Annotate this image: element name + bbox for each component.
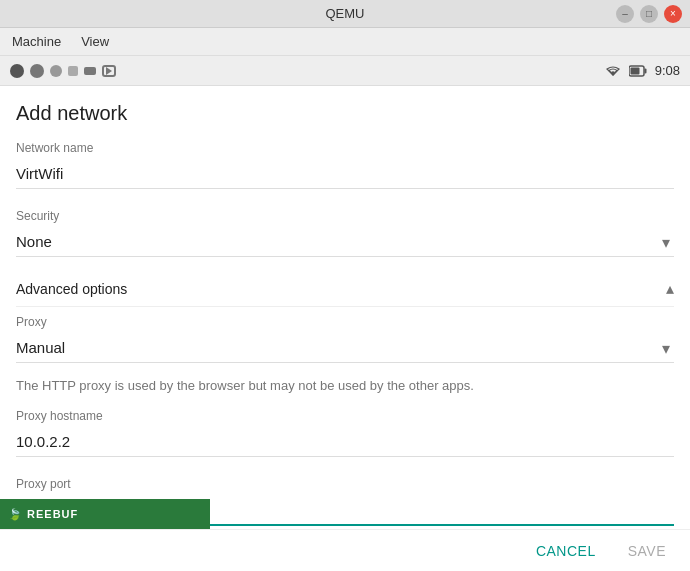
minimize-button[interactable]: – (616, 5, 634, 23)
main-content: Add network Network name Security None ▾… (0, 86, 690, 529)
wifi-icon (605, 65, 621, 77)
battery-icon (629, 65, 647, 77)
window-title: QEMU (326, 6, 365, 21)
status-icons (10, 64, 116, 78)
proxy-select[interactable]: Manual (16, 333, 674, 363)
watermark-text: 🍃 REEBUF (8, 508, 78, 521)
watermark-area: 🍃 REEBUF (0, 499, 210, 529)
network-name-label: Network name (16, 141, 674, 155)
network-name-input[interactable] (16, 159, 674, 189)
status-right: 9:08 (605, 63, 680, 78)
play-icon (102, 65, 116, 77)
status-icon-1 (10, 64, 24, 78)
status-icon-5 (84, 67, 96, 75)
network-name-field: Network name (16, 141, 674, 203)
menu-machine[interactable]: Machine (8, 32, 65, 51)
proxy-hostname-input[interactable] (16, 427, 674, 457)
status-icon-4 (68, 66, 78, 76)
proxy-note: The HTTP proxy is used by the browser bu… (16, 377, 674, 395)
menu-bar: Machine View (0, 28, 690, 56)
proxy-field: Proxy Manual ▾ (16, 315, 674, 363)
title-bar: QEMU – □ × (0, 0, 690, 28)
svg-rect-2 (630, 67, 639, 74)
window-controls: – □ × (616, 5, 682, 23)
page-title: Add network (16, 102, 674, 125)
status-icon-3 (50, 65, 62, 77)
advanced-options-chevron-icon: ▴ (666, 279, 674, 298)
security-select[interactable]: None (16, 227, 674, 257)
advanced-options-label: Advanced options (16, 281, 127, 297)
proxy-label: Proxy (16, 315, 674, 329)
proxy-hostname-field: Proxy hostname (16, 409, 674, 471)
security-select-wrapper: None ▾ (16, 227, 674, 257)
advanced-options-header[interactable]: Advanced options ▴ (16, 271, 674, 307)
svg-rect-1 (644, 68, 646, 73)
maximize-button[interactable]: □ (640, 5, 658, 23)
save-button[interactable]: SAVE (620, 537, 674, 565)
status-bar: 9:08 (0, 56, 690, 86)
security-label: Security (16, 209, 674, 223)
security-field: Security None ▾ (16, 209, 674, 257)
cancel-button[interactable]: CANCEL (528, 537, 604, 565)
action-bar: CANCEL SAVE (0, 529, 690, 571)
proxy-hostname-label: Proxy hostname (16, 409, 674, 423)
status-icon-2 (30, 64, 44, 78)
proxy-select-wrapper: Manual ▾ (16, 333, 674, 363)
menu-view[interactable]: View (77, 32, 113, 51)
clock: 9:08 (655, 63, 680, 78)
close-button[interactable]: × (664, 5, 682, 23)
proxy-port-label: Proxy port (16, 477, 674, 491)
